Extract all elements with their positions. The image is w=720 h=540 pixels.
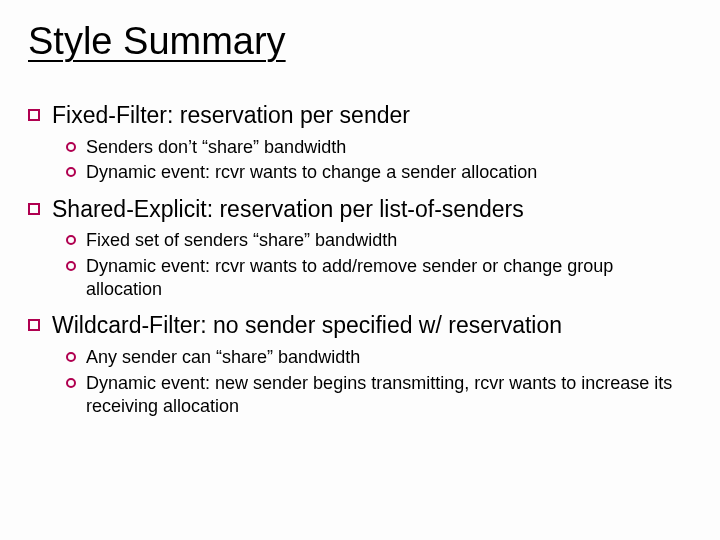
sub-text: Senders don’t “share” bandwidth [86, 136, 690, 159]
heading-shared-explicit: Shared-Explicit: reservation per list-of… [28, 195, 690, 224]
heading-wildcard-filter: Wildcard-Filter: no sender specified w/ … [28, 311, 690, 340]
sub-item: Senders don’t “share” bandwidth [66, 136, 690, 159]
square-bullet-icon [28, 319, 40, 331]
circle-bullet-icon [66, 167, 76, 177]
sub-text: Dynamic event: new sender begins transmi… [86, 372, 690, 419]
sub-item: Fixed set of senders “share” bandwidth [66, 229, 690, 252]
sub-text: Dynamic event: rcvr wants to add/remove … [86, 255, 690, 302]
sub-item: Dynamic event: rcvr wants to add/remove … [66, 255, 690, 302]
circle-bullet-icon [66, 235, 76, 245]
sub-text: Fixed set of senders “share” bandwidth [86, 229, 690, 252]
slide-title: Style Summary [28, 20, 690, 63]
section-fixed-filter: Fixed-Filter: reservation per sender Sen… [28, 101, 690, 185]
circle-bullet-icon [66, 352, 76, 362]
sub-item: Dynamic event: new sender begins transmi… [66, 372, 690, 419]
sub-item: Dynamic event: rcvr wants to change a se… [66, 161, 690, 184]
heading-fixed-filter: Fixed-Filter: reservation per sender [28, 101, 690, 130]
section-wildcard-filter: Wildcard-Filter: no sender specified w/ … [28, 311, 690, 418]
heading-text: Fixed-Filter: reservation per sender [52, 101, 410, 130]
circle-bullet-icon [66, 142, 76, 152]
heading-text: Shared-Explicit: reservation per list-of… [52, 195, 524, 224]
section-shared-explicit: Shared-Explicit: reservation per list-of… [28, 195, 690, 302]
circle-bullet-icon [66, 261, 76, 271]
sub-text: Any sender can “share” bandwidth [86, 346, 690, 369]
square-bullet-icon [28, 203, 40, 215]
square-bullet-icon [28, 109, 40, 121]
circle-bullet-icon [66, 378, 76, 388]
heading-text: Wildcard-Filter: no sender specified w/ … [52, 311, 562, 340]
sub-item: Any sender can “share” bandwidth [66, 346, 690, 369]
sub-text: Dynamic event: rcvr wants to change a se… [86, 161, 690, 184]
